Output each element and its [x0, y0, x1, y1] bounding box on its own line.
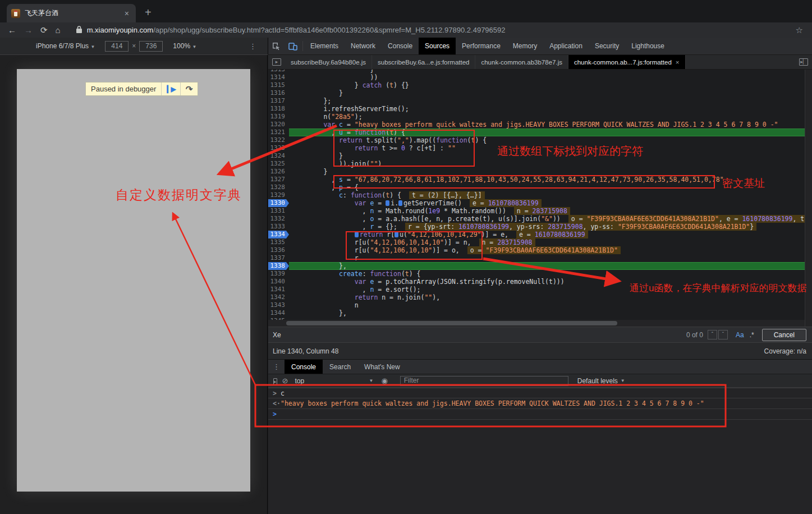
code-line[interactable]: 1332 , o = a.a.hash([e, n, p.create(t), … [268, 215, 805, 223]
code-line-content[interactable]: return t.split(",").map((function(t) { [289, 136, 805, 144]
line-number[interactable]: 1335 [268, 238, 289, 246]
line-number-breakpoint[interactable]: 1334 [268, 231, 289, 238]
code-line-content[interactable]: var c = "heavy boxes perform quick waltz… [289, 121, 805, 128]
devtools-tab-application[interactable]: Application [543, 38, 589, 54]
code-line-content[interactable]: )) [289, 74, 805, 81]
drawer-tab-search[interactable]: Search [323, 360, 357, 374]
code-line[interactable]: 1316 } [268, 89, 805, 97]
line-number[interactable]: 1317 [268, 97, 289, 105]
code-line[interactable]: 1344 }, [268, 309, 805, 317]
code-line-content[interactable]: r [289, 254, 805, 262]
code-line[interactable]: 1337 r [268, 254, 805, 262]
line-number[interactable]: 1323 [268, 144, 289, 152]
code-line[interactable]: 1336 r[u("4,12,106,10,10")] = o,o = "F39… [268, 246, 805, 254]
search-cancel-button[interactable]: Cancel [762, 329, 806, 341]
devtools-tab-performance[interactable]: Performance [456, 38, 507, 54]
code-line[interactable]: 1317 }; [268, 97, 805, 105]
code-line[interactable]: 1334 return r[u("4,12,106,10,14,29")] = … [268, 231, 805, 238]
device-height-input[interactable]: 736 [139, 41, 163, 52]
new-tab-button[interactable]: + [145, 7, 152, 18]
devtools-tab-network[interactable]: Network [345, 38, 382, 54]
regex-toggle[interactable]: .* [750, 331, 754, 339]
device-width-input[interactable]: 414 [105, 41, 129, 52]
editor-horizontal-scrollbar[interactable] [268, 320, 805, 327]
home-icon[interactable]: ⌂ [56, 25, 61, 35]
code-line[interactable]: 1329 c: function(t) {t = (2) [{…}, {…}] [268, 191, 805, 199]
line-number[interactable]: 1313 [268, 70, 289, 74]
code-line[interactable]: 1326 } [268, 168, 805, 176]
code-line-content[interactable]: , p = { [289, 183, 805, 191]
code-line[interactable]: 1340 var e = p.toCharArray(JSON.stringif… [268, 278, 805, 286]
console-sidebar-toggle-icon[interactable]: ▸ [273, 377, 277, 385]
line-number[interactable]: 1328 [268, 183, 289, 191]
file-tab-close-icon[interactable]: × [676, 59, 680, 66]
device-toolbar-menu-icon[interactable]: ⋮ [245, 42, 261, 51]
code-line-content[interactable]: var e = i.getServerTime()e = 16107808361… [289, 199, 805, 207]
code-line-content[interactable]: } [289, 168, 805, 176]
console-prompt-row[interactable]: > [268, 409, 812, 420]
code-editor[interactable]: 1313 }1314 ))1315 } catch (t) {}1316 }13… [268, 70, 805, 320]
code-line[interactable]: 1335 r[u("4,12,106,10,14,10")] = n,n = 2… [268, 238, 805, 246]
line-number[interactable]: 1327 [268, 176, 289, 183]
devtools-tab-elements[interactable]: Elements [304, 38, 345, 54]
file-tab[interactable]: chunk-common.ab3b78e7.js [475, 55, 568, 69]
log-levels-select[interactable]: Default levels▼ [577, 377, 625, 385]
devtools-tab-lighthouse[interactable]: Lighthouse [625, 38, 671, 54]
clear-console-icon[interactable]: ⊘ [282, 377, 288, 385]
address-field[interactable]: m.xiaomiyoupin.com/app/shop/ugg/subscrib… [87, 26, 796, 34]
code-line-content[interactable]: , s = "67,86,20,72,66,8,61,18,102,71,88,… [289, 176, 805, 183]
drawer-tab-console[interactable]: Console [285, 360, 323, 374]
console-filter-input[interactable]: Filter [400, 376, 568, 386]
code-line-content[interactable]: r[u("4,12,106,10,14,10")] = n,n = 283715… [289, 238, 805, 246]
device-select[interactable]: iPhone 6/7/8 Plus ▼ [36, 42, 95, 50]
back-icon[interactable]: ← [8, 25, 16, 35]
reload-icon[interactable]: ⟳ [40, 25, 48, 35]
line-number[interactable]: 1316 [268, 89, 289, 97]
live-expression-eye-icon[interactable]: ◉ [381, 377, 387, 385]
code-line-content[interactable]: } [289, 152, 805, 160]
code-line-content[interactable]: , r = {};r = {yp-srt: 1610780836199, yp-… [289, 223, 805, 231]
code-line[interactable]: 1339 create: function(t) { [268, 270, 805, 278]
code-line-content[interactable]: , o = a.a.hash([e, n, p.create(t), u(s)]… [289, 215, 805, 223]
code-line-content[interactable]: return r[u("4,12,106,10,14,29")] = e,e =… [289, 231, 805, 238]
forward-icon[interactable]: → [24, 25, 33, 35]
code-line-content[interactable]: i.refreshServerTime(); [289, 105, 805, 113]
code-line[interactable]: 1323 return t >= 0 ? c[+t] : "" [268, 144, 805, 152]
code-line-content[interactable]: r[u("4,12,106,10,10")] = o,o = "F39F93CB… [289, 246, 805, 254]
page-viewport[interactable]: Paused in debugger ▎▶ ↷ [17, 69, 250, 492]
line-number[interactable]: 1332 [268, 215, 289, 223]
search-previous-button[interactable]: ˆ [708, 330, 717, 339]
code-line[interactable]: 1330 var e = i.getServerTime()e = 161078… [268, 199, 805, 207]
line-number[interactable]: 1314 [268, 74, 289, 81]
scrollbar-thumb[interactable] [286, 321, 617, 325]
devtools-tab-console[interactable]: Console [382, 38, 419, 54]
devtools-tab-memory[interactable]: Memory [507, 38, 543, 54]
code-line-content[interactable]: }; [289, 97, 805, 105]
code-line-content[interactable]: return t >= 0 ? c[+t] : "" [289, 144, 805, 152]
code-line[interactable]: 1343 n [268, 301, 805, 309]
bookmark-star-icon[interactable]: ☆ [796, 25, 803, 35]
line-number[interactable]: 1324 [268, 152, 289, 160]
tab-close-icon[interactable]: × [122, 9, 131, 18]
code-line-content[interactable]: c: function(t) {t = (2) [{…}, {…}] [289, 191, 805, 199]
line-number[interactable]: 1321 [268, 128, 289, 136]
file-tab[interactable]: subscribeBuy.6a94b80e.js [285, 55, 372, 69]
drawer-menu-icon[interactable]: ⋮ [268, 360, 285, 374]
code-line[interactable]: 1328 , p = { [268, 183, 805, 191]
code-line-content[interactable]: return n = n.join(""), [289, 293, 805, 301]
search-next-button[interactable]: ˇ [718, 330, 728, 339]
line-number[interactable]: 1318 [268, 105, 289, 113]
code-line[interactable]: 1320 var c = "heavy boxes perform quick … [268, 121, 805, 128]
line-number[interactable]: 1342 [268, 293, 289, 301]
line-number[interactable]: 1319 [268, 113, 289, 121]
code-line[interactable]: 1338 }, [268, 262, 805, 270]
code-line[interactable]: 1321 , u = function(t) { [268, 128, 805, 136]
editor-vertical-scrollbar[interactable] [805, 70, 812, 327]
navigator-toggle-icon[interactable]: ▸ [268, 55, 285, 69]
browser-tab[interactable]: 飞天茅台酒 × [7, 4, 136, 22]
code-line[interactable]: 1318 i.refreshServerTime(); [268, 105, 805, 113]
line-number-breakpoint[interactable]: 1330 [268, 199, 289, 207]
code-line-content[interactable]: )).join("") [289, 160, 805, 168]
line-number[interactable]: 1325 [268, 160, 289, 168]
code-line-content[interactable]: var e = p.toCharArray(JSON.stringify(p.r… [289, 278, 805, 286]
